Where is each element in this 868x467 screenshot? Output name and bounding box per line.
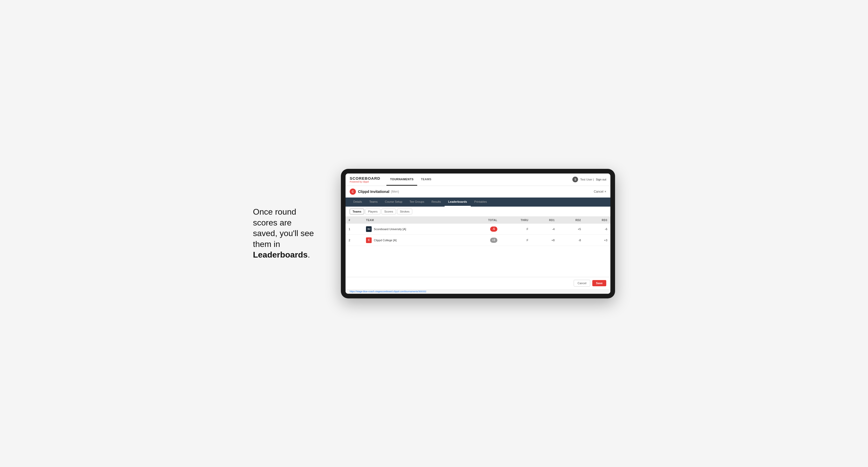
cell-total: -5 (466, 224, 500, 235)
filter-players-button[interactable]: Players (365, 209, 380, 214)
col-rd3: RD3 (584, 217, 610, 224)
col-team: TEAM (363, 217, 466, 224)
table-header-row: # TEAM TOTAL THRU RD1 RD2 RD3 (345, 217, 610, 224)
filter-scores-button[interactable]: Scores (381, 209, 396, 214)
intro-text: Once round scores are saved, you'll see … (253, 207, 326, 260)
intro-line4: them in (253, 240, 280, 249)
cell-rank: 2 (345, 235, 363, 246)
team-logo: SU (366, 226, 372, 232)
intro-line5-end: . (308, 250, 310, 259)
nav-teams[interactable]: Teams (417, 174, 435, 186)
tab-details[interactable]: Details (350, 197, 366, 207)
team-name: Scoreboard University [A] (374, 227, 406, 231)
nav-tournaments[interactable]: Tournaments (386, 174, 417, 186)
nav-right: S Test User | Sign out (572, 177, 606, 182)
top-nav: SCOREBOARD Powered by clippd Tournaments… (345, 174, 610, 186)
col-total: TOTAL (466, 217, 500, 224)
intro-line3: saved, you'll see (253, 228, 314, 238)
tournament-icon: C (350, 188, 356, 195)
cell-total: +3 (466, 235, 500, 246)
cell-rd3: +3 (584, 235, 610, 246)
user-name: Test User | (580, 178, 594, 181)
filter-bar: Teams Players Scores Strokes (345, 207, 610, 217)
tab-leaderboards[interactable]: Leaderboards (444, 197, 471, 207)
status-bar: https://stage-blue-coach.stagescoreboard… (345, 289, 610, 294)
tablet-screen: SCOREBOARD Powered by clippd Tournaments… (345, 174, 610, 294)
cell-rd1: +8 (531, 235, 558, 246)
cell-team: SU Scoreboard University [A] (363, 224, 466, 235)
intro-line5-bold: Leaderboards (253, 250, 308, 259)
cell-rd3: -6 (584, 224, 610, 235)
cell-rd1: -4 (531, 224, 558, 235)
tab-teams[interactable]: Teams (366, 197, 381, 207)
tournament-cancel-button[interactable]: Cancel × (594, 190, 606, 193)
status-url: https://stage-blue-coach.stagescoreboard… (350, 290, 426, 293)
filter-teams-button[interactable]: Teams (350, 209, 364, 214)
tab-tee-groups[interactable]: Tee Groups (406, 197, 428, 207)
logo-title: SCOREBOARD (350, 176, 380, 181)
sub-nav: Details Teams Course Setup Tee Groups Re… (345, 197, 610, 207)
tab-printables[interactable]: Printables (471, 197, 491, 207)
cell-team: C Clippd College [A] (363, 235, 466, 246)
cell-rd2: +5 (558, 224, 584, 235)
tab-results[interactable]: Results (428, 197, 444, 207)
filter-strokes-button[interactable]: Strokes (397, 209, 412, 214)
cell-thru: F (500, 235, 531, 246)
cell-rd2: -8 (558, 235, 584, 246)
tablet-device: SCOREBOARD Powered by clippd Tournaments… (341, 169, 615, 299)
col-rd2: RD2 (558, 217, 584, 224)
col-thru: THRU (500, 217, 531, 224)
cell-rank: 1 (345, 224, 363, 235)
avatar: S (572, 177, 578, 182)
logo-area: SCOREBOARD Powered by clippd (350, 176, 380, 183)
tournament-header: C Clippd Invitational (Men) Cancel × (345, 186, 610, 197)
tournament-name: Clippd Invitational (358, 190, 389, 194)
table-row: 1 SU Scoreboard University [A] -5 F -4 +… (345, 224, 610, 235)
cancel-button[interactable]: Cancel (574, 280, 590, 286)
footer-bar: Cancel Save (345, 277, 610, 289)
nav-links: Tournaments Teams (386, 174, 435, 186)
score-badge: +3 (490, 238, 497, 243)
logo-subtitle: Powered by clippd (350, 181, 380, 183)
col-rd1: RD1 (531, 217, 558, 224)
leaderboard-table: # TEAM TOTAL THRU RD1 RD2 RD3 1 SU Score… (345, 217, 610, 246)
sign-out-link[interactable]: Sign out (596, 178, 606, 181)
team-logo: C (366, 238, 372, 243)
tab-course-setup[interactable]: Course Setup (381, 197, 406, 207)
save-button[interactable]: Save (592, 280, 606, 286)
cell-thru: F (500, 224, 531, 235)
tournament-type: (Men) (391, 190, 399, 193)
col-rank: # (345, 217, 363, 224)
score-badge: -5 (490, 226, 497, 232)
intro-line2: scores are (253, 218, 291, 227)
team-name: Clippd College [A] (374, 239, 397, 242)
intro-line1: Once round (253, 207, 296, 216)
table-row: 2 C Clippd College [A] +3 F +8 -8 +3 (345, 235, 610, 246)
